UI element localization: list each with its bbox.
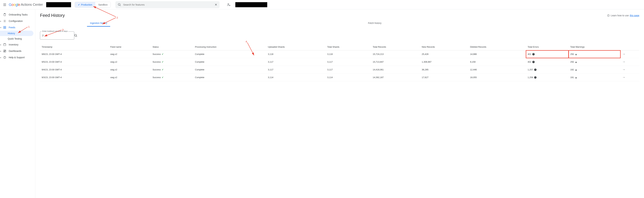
search-icon [118, 3, 121, 7]
cell-total-errors: 401 ! [526, 50, 568, 58]
logo[interactable]: Google Actions Center [9, 3, 43, 7]
redacted-box [235, 2, 267, 7]
inventory-icon [3, 43, 6, 46]
cell-status: Success ✓ [151, 58, 193, 66]
sidebar-item-label: Onboarding Tasks [9, 13, 28, 16]
chevron-right-icon: ▸ [0, 20, 1, 22]
redacted-box [46, 2, 71, 7]
cell-uploaded-shards: 3,118 [266, 50, 326, 58]
env-production-button[interactable]: ✓ Production [75, 2, 95, 8]
cell-total-shards: 3,117 [326, 66, 371, 74]
th-feed-name: Feed name [109, 44, 151, 50]
arrow-right-icon[interactable]: → [622, 60, 625, 63]
arrow-right-icon[interactable]: → [622, 68, 625, 71]
product-name: Actions Center [21, 3, 43, 7]
svg-rect-14 [5, 51, 6, 52]
help-icon [3, 56, 6, 59]
cell-expand[interactable]: → [620, 74, 639, 81]
svg-point-6 [4, 21, 5, 22]
lookback-input[interactable] [42, 34, 74, 37]
search-bar[interactable]: ✕ [116, 1, 220, 8]
cell-expand[interactable]: → [620, 50, 639, 58]
svg-point-2 [228, 4, 229, 5]
person-add-icon[interactable] [227, 3, 230, 7]
th-uploaded-shards: Uploaded Shards [266, 44, 326, 50]
th-deleted-records: Deleted Records [468, 44, 526, 50]
cell-processing: Complete [193, 58, 266, 66]
svg-rect-10 [5, 28, 6, 29]
chevron-right-icon: ▸ [0, 50, 1, 52]
arrow-right-icon[interactable]: → [622, 76, 625, 79]
svg-rect-7 [4, 26, 4, 27]
error-icon: ! [534, 68, 536, 71]
close-icon[interactable]: ✕ [215, 3, 217, 7]
lookback-field: Enter lookback window in days [40, 32, 74, 40]
cell-status: Success ✓ [151, 66, 193, 74]
arrow-right-icon[interactable]: → [622, 52, 625, 56]
cell-expand[interactable]: → [620, 66, 639, 74]
sidebar-item-configuration[interactable]: ▸ Configuration [0, 18, 35, 24]
svg-point-21 [74, 34, 76, 36]
env-toggle: ✓ Production Sandbox [75, 2, 111, 8]
cell-status: Success ✓ [151, 74, 193, 81]
th-total-errors: Total Errors [526, 44, 568, 50]
table-row: 9/3/23, 23:00 GMT-4 owg.v2 Success ✓ Com… [40, 74, 639, 81]
sidebar-item-label: Inventory [9, 43, 18, 46]
svg-line-1 [120, 5, 121, 6]
warning-icon: ▲ [575, 53, 577, 56]
cell-deleted-records: 18,055 [468, 74, 526, 81]
cell-timestamp: 9/4/23, 23:00 GMT-4 [40, 66, 109, 74]
sidebar-item-quick-testing[interactable]: Quick Testing [0, 36, 35, 41]
sidebar-item-inventory[interactable]: ▸ Inventory [0, 41, 35, 48]
check-icon: ✓ [162, 53, 164, 55]
sidebar-item-history[interactable]: History [0, 31, 34, 36]
cell-new-records: 36,285 [420, 66, 468, 74]
env-sandbox-button[interactable]: Sandbox [95, 2, 110, 8]
chevron-down-icon: ▾ [0, 27, 1, 29]
cell-processing: Complete [193, 50, 266, 58]
chevron-right-icon: ▸ [0, 57, 1, 58]
cell-deleted-records: 12,446 [468, 66, 526, 74]
th-total-warnings: Total Warnings [568, 44, 621, 50]
th-new-records: New Records [420, 44, 468, 50]
cell-status: Success ✓ [151, 50, 193, 58]
menu-icon[interactable] [3, 3, 7, 7]
check-icon: ✓ [78, 3, 80, 6]
error-icon: ! [532, 53, 535, 55]
search-input[interactable] [123, 3, 215, 6]
learn-link[interactable]: this page [630, 14, 639, 17]
info-icon [607, 14, 610, 17]
sidebar-item-dashboards[interactable]: ▸ Dashboards [0, 48, 35, 54]
cell-processing: Complete [193, 74, 266, 81]
sidebar-item-help[interactable]: ▸ Help & Support [0, 54, 35, 61]
sidebar-item-label: Help & Support [9, 56, 25, 59]
cell-uploaded-shards: 3,114 [266, 74, 326, 81]
learn-link-wrap: Learn how to use this page [607, 14, 639, 17]
table-row: 9/6/23, 23:00 GMT-4 owg.v2 Success ✓ Com… [40, 50, 639, 58]
tab-ingestion-history[interactable]: Ingestion history [87, 20, 110, 27]
cell-expand[interactable]: → [620, 58, 639, 66]
check-icon: ✓ [162, 68, 164, 71]
cell-total-errors: 402 ! [526, 58, 568, 66]
cell-timestamp: 9/3/23, 23:00 GMT-4 [40, 74, 109, 81]
search-icon[interactable] [74, 34, 78, 37]
cell-total-warnings: 191 ▲ [568, 74, 621, 81]
table-row: 9/5/23, 23:00 GMT-4 owg.v2 Success ✓ Com… [40, 58, 639, 66]
svg-rect-15 [4, 51, 4, 52]
svg-point-3 [230, 5, 230, 6]
check-icon: ✓ [162, 61, 164, 63]
tab-fetch-history[interactable]: Fetch history [365, 20, 384, 27]
svg-rect-12 [4, 50, 4, 51]
warning-icon: ▲ [575, 68, 577, 71]
cell-total-records: 15,713,847 [371, 58, 420, 66]
sidebar-item-feeds[interactable]: ▾ Feeds [0, 24, 35, 31]
sidebar-item-onboarding[interactable]: Onboarding Tasks [0, 12, 35, 18]
cell-total-records: 14,416,061 [371, 66, 420, 74]
sidebar: Onboarding Tasks ▸ Configuration ▾ Feeds… [0, 10, 35, 198]
cell-feed-name: owg.v2 [109, 58, 151, 66]
svg-rect-11 [4, 44, 6, 46]
check-icon: ✓ [162, 76, 164, 79]
lookback-label: Enter lookback window in days [42, 30, 68, 32]
sidebar-item-label: Dashboards [9, 50, 22, 52]
tabs: Ingestion history Fetch history [40, 20, 639, 27]
